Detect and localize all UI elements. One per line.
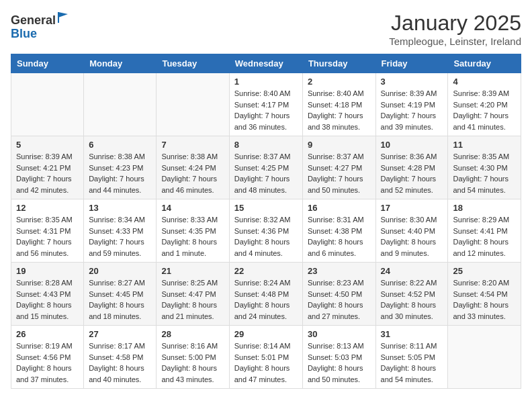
title-area: January 2025 Templeogue, Leinster, Irela… <box>389 11 521 47</box>
sunset-text: Sunset: 4:33 PM <box>89 227 143 235</box>
day-info: Sunrise: 8:28 AM Sunset: 4:43 PM Dayligh… <box>16 277 79 322</box>
day-info: Sunrise: 8:39 AM Sunset: 4:21 PM Dayligh… <box>16 151 79 195</box>
table-cell: 8 Sunrise: 8:37 AM Sunset: 4:25 PM Dayli… <box>229 136 302 199</box>
table-cell: 15 Sunrise: 8:32 AM Sunset: 4:36 PM Dayl… <box>229 199 302 263</box>
table-cell: 9 Sunrise: 8:37 AM Sunset: 4:27 PM Dayli… <box>302 136 375 199</box>
week-row-3: 12 Sunrise: 8:35 AM Sunset: 4:31 PM Dayl… <box>11 199 521 263</box>
sunrise-text: Sunrise: 8:27 AM <box>89 279 145 287</box>
table-cell <box>84 73 157 136</box>
day-number: 19 <box>16 266 79 276</box>
daylight-text: Daylight: 7 hours and 42 minutes. <box>16 175 72 194</box>
table-cell: 18 Sunrise: 8:29 AM Sunset: 4:41 PM Dayl… <box>448 199 521 263</box>
table-cell: 7 Sunrise: 8:38 AM Sunset: 4:24 PM Dayli… <box>157 136 229 199</box>
week-row-1: 1 Sunrise: 8:40 AM Sunset: 4:17 PM Dayli… <box>11 73 521 136</box>
day-number: 9 <box>308 140 371 150</box>
sunrise-text: Sunrise: 8:24 AM <box>234 279 291 287</box>
day-info: Sunrise: 8:31 AM Sunset: 4:38 PM Dayligh… <box>308 214 371 259</box>
sunset-text: Sunset: 4:20 PM <box>453 101 507 109</box>
table-cell <box>157 73 229 136</box>
sunrise-text: Sunrise: 8:28 AM <box>16 279 73 287</box>
day-number: 25 <box>453 266 516 276</box>
sunset-text: Sunset: 4:54 PM <box>453 290 507 298</box>
day-number: 27 <box>89 329 151 339</box>
daylight-text: Daylight: 8 hours and 6 minutes. <box>308 238 363 257</box>
sunset-text: Sunset: 4:48 PM <box>234 290 289 298</box>
day-info: Sunrise: 8:19 AM Sunset: 4:56 PM Dayligh… <box>16 340 79 385</box>
weekday-header-row: Sunday Monday Tuesday Wednesday Thursday… <box>11 54 521 73</box>
logo: General Blue <box>11 11 69 41</box>
sunset-text: Sunset: 4:58 PM <box>89 353 143 361</box>
table-cell: 3 Sunrise: 8:39 AM Sunset: 4:19 PM Dayli… <box>375 73 448 136</box>
day-info: Sunrise: 8:37 AM Sunset: 4:25 PM Dayligh… <box>234 151 298 195</box>
sunrise-text: Sunrise: 8:31 AM <box>308 216 364 224</box>
table-cell: 24 Sunrise: 8:22 AM Sunset: 4:52 PM Dayl… <box>375 263 448 326</box>
daylight-text: Daylight: 8 hours and 33 minutes. <box>453 301 508 320</box>
sunrise-text: Sunrise: 8:37 AM <box>308 152 364 161</box>
day-number: 2 <box>308 77 371 87</box>
sunrise-text: Sunrise: 8:14 AM <box>234 342 291 350</box>
sunset-text: Sunset: 4:31 PM <box>16 227 71 235</box>
table-cell: 6 Sunrise: 8:38 AM Sunset: 4:23 PM Dayli… <box>84 136 157 199</box>
sunrise-text: Sunrise: 8:34 AM <box>89 216 145 224</box>
daylight-text: Daylight: 8 hours and 47 minutes. <box>234 364 290 383</box>
location: Templeogue, Leinster, Ireland <box>389 36 521 47</box>
day-number: 24 <box>381 266 443 276</box>
table-cell: 19 Sunrise: 8:28 AM Sunset: 4:43 PM Dayl… <box>11 263 84 326</box>
sunset-text: Sunset: 4:43 PM <box>16 290 71 298</box>
sunset-text: Sunset: 5:01 PM <box>234 353 289 361</box>
daylight-text: Daylight: 7 hours and 50 minutes. <box>308 175 363 194</box>
logo-flag-icon <box>57 11 69 24</box>
sunset-text: Sunset: 5:00 PM <box>161 353 216 361</box>
sunset-text: Sunset: 4:27 PM <box>308 164 362 172</box>
table-cell: 27 Sunrise: 8:17 AM Sunset: 4:58 PM Dayl… <box>84 326 157 389</box>
day-info: Sunrise: 8:35 AM Sunset: 4:31 PM Dayligh… <box>16 214 79 259</box>
day-number: 20 <box>89 266 151 276</box>
daylight-text: Daylight: 7 hours and 48 minutes. <box>234 175 290 194</box>
day-info: Sunrise: 8:17 AM Sunset: 4:58 PM Dayligh… <box>89 340 151 385</box>
daylight-text: Daylight: 8 hours and 27 minutes. <box>308 301 363 320</box>
sunrise-text: Sunrise: 8:19 AM <box>16 342 73 350</box>
header-tuesday: Tuesday <box>157 54 229 73</box>
day-info: Sunrise: 8:27 AM Sunset: 4:45 PM Dayligh… <box>89 277 151 322</box>
sunset-text: Sunset: 4:41 PM <box>453 227 507 235</box>
daylight-text: Daylight: 7 hours and 36 minutes. <box>234 111 290 131</box>
sunrise-text: Sunrise: 8:17 AM <box>89 342 145 350</box>
day-info: Sunrise: 8:20 AM Sunset: 4:54 PM Dayligh… <box>453 277 516 322</box>
daylight-text: Daylight: 8 hours and 21 minutes. <box>161 301 217 320</box>
logo-general-text: General <box>11 13 56 27</box>
sunset-text: Sunset: 4:18 PM <box>308 101 362 109</box>
table-cell: 25 Sunrise: 8:20 AM Sunset: 4:54 PM Dayl… <box>448 263 521 326</box>
header-friday: Friday <box>375 54 448 73</box>
day-number: 31 <box>381 329 443 339</box>
week-row-4: 19 Sunrise: 8:28 AM Sunset: 4:43 PM Dayl… <box>11 263 521 326</box>
table-cell: 16 Sunrise: 8:31 AM Sunset: 4:38 PM Dayl… <box>302 199 375 263</box>
daylight-text: Daylight: 7 hours and 38 minutes. <box>308 111 363 131</box>
daylight-text: Daylight: 8 hours and 12 minutes. <box>453 238 508 257</box>
day-number: 8 <box>234 140 298 150</box>
table-cell: 26 Sunrise: 8:19 AM Sunset: 4:56 PM Dayl… <box>11 326 84 389</box>
daylight-text: Daylight: 8 hours and 15 minutes. <box>16 301 72 320</box>
table-cell: 29 Sunrise: 8:14 AM Sunset: 5:01 PM Dayl… <box>229 326 302 389</box>
sunrise-text: Sunrise: 8:39 AM <box>16 152 73 161</box>
calendar-table: Sunday Monday Tuesday Wednesday Thursday… <box>11 54 521 389</box>
day-info: Sunrise: 8:23 AM Sunset: 4:50 PM Dayligh… <box>308 277 371 322</box>
table-cell: 13 Sunrise: 8:34 AM Sunset: 4:33 PM Dayl… <box>84 199 157 263</box>
sunset-text: Sunset: 4:17 PM <box>234 101 289 109</box>
day-info: Sunrise: 8:16 AM Sunset: 5:00 PM Dayligh… <box>161 340 224 385</box>
day-number: 18 <box>453 203 516 213</box>
sunset-text: Sunset: 4:25 PM <box>234 164 289 172</box>
daylight-text: Daylight: 8 hours and 9 minutes. <box>381 238 437 257</box>
table-cell: 11 Sunrise: 8:35 AM Sunset: 4:30 PM Dayl… <box>448 136 521 199</box>
daylight-text: Daylight: 7 hours and 59 minutes. <box>89 238 144 257</box>
table-cell: 2 Sunrise: 8:40 AM Sunset: 4:18 PM Dayli… <box>302 73 375 136</box>
daylight-text: Daylight: 8 hours and 40 minutes. <box>89 364 144 383</box>
daylight-text: Daylight: 8 hours and 30 minutes. <box>381 301 437 320</box>
sunrise-text: Sunrise: 8:39 AM <box>381 89 437 97</box>
day-info: Sunrise: 8:14 AM Sunset: 5:01 PM Dayligh… <box>234 340 298 385</box>
day-info: Sunrise: 8:22 AM Sunset: 4:52 PM Dayligh… <box>381 277 443 322</box>
sunrise-text: Sunrise: 8:25 AM <box>161 279 218 287</box>
day-number: 23 <box>308 266 371 276</box>
table-cell: 28 Sunrise: 8:16 AM Sunset: 5:00 PM Dayl… <box>157 326 229 389</box>
sunset-text: Sunset: 4:35 PM <box>161 227 216 235</box>
day-info: Sunrise: 8:33 AM Sunset: 4:35 PM Dayligh… <box>161 214 224 259</box>
